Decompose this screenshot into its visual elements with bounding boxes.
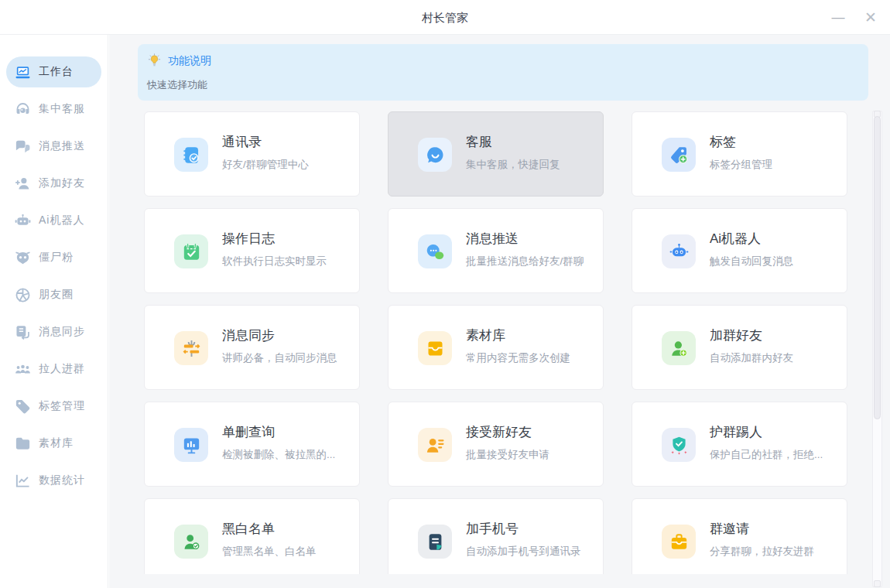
sidebar-item-material-lib[interactable]: 素材库	[6, 428, 101, 459]
inbox-box-icon	[418, 331, 452, 365]
person-list-icon	[418, 428, 452, 462]
push-message-icon	[418, 234, 452, 268]
scrollbar-thumb[interactable]	[874, 116, 881, 419]
card-description: 软件执行日志实时显示	[222, 255, 327, 268]
sidebar-item-label: 素材库	[39, 436, 74, 450]
banner-title: 功能说明	[168, 54, 211, 68]
card-title: 操作日志	[222, 230, 327, 248]
sidebar-item-tag-manage[interactable]: 标签管理	[6, 391, 101, 422]
window-title: 村长管家	[0, 0, 890, 35]
tag-add-icon	[662, 138, 696, 172]
sidebar-item-label: 集中客服	[39, 102, 85, 116]
card-title: 通讯录	[222, 133, 309, 151]
vertical-scrollbar[interactable]	[872, 111, 882, 587]
card-description: 批量接受好友申请	[466, 448, 549, 462]
sidebar-item-label: 僵尸粉	[39, 251, 74, 265]
card-title: 黑白名单	[222, 520, 317, 538]
feature-card-group-invite[interactable]: 群邀请分享群聊，拉好友进群	[632, 498, 847, 574]
robot-icon	[14, 212, 32, 230]
feature-card-guard-kick[interactable]: 护群踢人保护自己的社群，拒绝...	[632, 402, 847, 487]
feature-card-service[interactable]: 客服集中客服，快捷回复	[388, 111, 604, 197]
shield-check-icon	[662, 428, 696, 462]
bulb-icon	[147, 53, 162, 68]
card-title: 标签	[710, 133, 772, 151]
sidebar-item-ai-robot[interactable]: Ai机器人	[6, 205, 101, 236]
window-controls: — ✕	[825, 0, 884, 35]
feature-card-accept-friend[interactable]: 接受新好友批量接受好友申请	[388, 402, 604, 487]
feature-card-operation-log[interactable]: 操作日志软件执行日志实时显示	[144, 208, 360, 293]
card-description: 检测被删除、被拉黑的...	[222, 448, 335, 462]
banner-subtitle: 快速选择功能	[138, 68, 868, 92]
feature-card-contacts[interactable]: 通讯录好友/群聊管理中心	[144, 111, 360, 197]
card-description: 讲师必备，自动同步消息	[222, 351, 337, 365]
sidebar-item-label: 消息同步	[39, 325, 85, 339]
sidebar-item-label: 消息推送	[39, 139, 85, 153]
person-plus-icon	[14, 175, 32, 193]
card-description: 分享群聊，拉好友进群	[710, 545, 814, 559]
card-title: 接受新好友	[466, 423, 549, 441]
card-description: 标签分组管理	[710, 158, 772, 172]
sidebar-item-pull-to-group[interactable]: 拉人进群	[6, 354, 101, 385]
sync-split-icon	[174, 331, 208, 365]
card-description: 管理黑名单、白名单	[222, 545, 317, 559]
card-title: 单删查询	[222, 423, 335, 441]
service-chat-icon	[418, 138, 452, 172]
card-description: 自动添加手机号到通讯录	[466, 545, 581, 559]
folder-icon	[14, 435, 32, 453]
person-add-green-icon	[662, 331, 696, 365]
info-banner: 功能说明 快速选择功能	[138, 44, 868, 101]
headset-icon	[14, 101, 32, 118]
sidebar-item-label: 添加好友	[39, 176, 85, 190]
sidebar-item-message-push[interactable]: 消息推送	[6, 131, 101, 162]
sidebar-item-label: Ai机器人	[39, 214, 84, 227]
zombie-icon	[14, 249, 32, 267]
sidebar-item-moments[interactable]: 朋友圈	[6, 279, 101, 310]
card-title: 群邀请	[710, 520, 814, 538]
card-title: 加手机号	[466, 520, 581, 538]
sidebar-item-label: 标签管理	[39, 399, 85, 413]
card-title: 消息同步	[222, 326, 337, 344]
card-description: 常用内容无需多次创建	[466, 351, 570, 365]
feature-card-add-phone[interactable]: 加手机号自动添加手机号到通讯录	[388, 498, 604, 574]
card-description: 触发自动回复消息	[710, 255, 793, 268]
titlebar: 村长管家 — ✕	[0, 0, 890, 35]
card-title: 素材库	[466, 326, 570, 344]
minimize-button[interactable]: —	[825, 5, 851, 31]
close-button[interactable]: ✕	[857, 5, 884, 31]
workbench-icon	[14, 63, 32, 81]
notebook-phone-icon	[418, 525, 452, 559]
feature-card-material-lib[interactable]: 素材库常用内容无需多次创建	[388, 305, 604, 390]
calendar-check-icon	[174, 234, 208, 268]
doc-sync-icon	[14, 323, 32, 341]
feature-card-message-sync[interactable]: 消息同步讲师必备，自动同步消息	[144, 305, 360, 390]
sidebar-item-central-service[interactable]: 集中客服	[6, 94, 101, 125]
card-description: 保护自己的社群，拒绝...	[710, 448, 823, 462]
sidebar-item-workbench[interactable]: 工作台	[6, 56, 101, 87]
tags-icon	[14, 398, 32, 415]
monitor-chart-icon	[174, 428, 208, 462]
sidebar-item-data-stats[interactable]: 数据统计	[6, 465, 101, 496]
feature-card-black-white[interactable]: 黑白名单管理黑名单、白名单	[144, 498, 360, 574]
feature-card-delete-check[interactable]: 单删查询检测被删除、被拉黑的...	[144, 402, 360, 487]
sidebar-item-label: 拉人进群	[39, 362, 85, 376]
contact-book-icon	[174, 138, 208, 172]
sidebar-nav: 工作台集中客服消息推送添加好友Ai机器人僵尸粉朋友圈消息同步拉人进群标签管理素材…	[0, 35, 108, 588]
sidebar-item-message-sync[interactable]: 消息同步	[6, 316, 101, 347]
aperture-icon	[14, 286, 32, 304]
sidebar-item-zombie-fans[interactable]: 僵尸粉	[6, 242, 101, 273]
feature-card-tag[interactable]: 标签标签分组管理	[632, 111, 847, 197]
card-description: 批量推送消息给好友/群聊	[466, 255, 584, 268]
feature-card-message-push[interactable]: 消息推送批量推送消息给好友/群聊	[388, 208, 604, 293]
sidebar-item-label: 朋友圈	[39, 288, 74, 302]
line-chart-icon	[14, 472, 32, 490]
person-verify-icon	[174, 525, 208, 559]
feature-card-grid: 通讯录好友/群聊管理中心客服集中客服，快捷回复标签标签分组管理操作日志软件执行日…	[109, 35, 890, 574]
chat-bubbles-icon	[14, 138, 32, 156]
ai-robot-icon	[662, 234, 696, 268]
feature-card-group-friend[interactable]: 加群好友自动添加群内好友	[632, 305, 847, 390]
sidebar-item-add-friend[interactable]: 添加好友	[6, 168, 101, 199]
feature-card-ai-robot[interactable]: Ai机器人触发自动回复消息	[632, 208, 847, 293]
card-title: 护群踢人	[710, 423, 823, 441]
briefcase-share-icon	[662, 525, 696, 559]
scrollbar-down-button[interactable]	[874, 580, 881, 587]
